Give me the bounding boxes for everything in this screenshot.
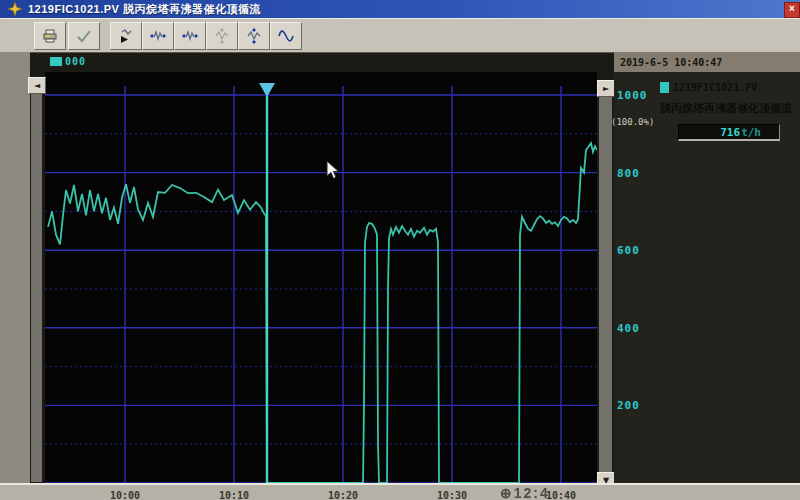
wave-dots-vertical-grey-icon	[214, 28, 230, 44]
wave-dots-vertical-icon	[246, 28, 262, 44]
y-tick-label: 400	[617, 322, 651, 335]
title-bar: 1219FIC1021.PV 脱丙烷塔再沸器催化顶循流 ×	[0, 0, 800, 18]
tag-name: 1219FIC1021.PV	[673, 82, 757, 93]
y-tick-label: 800	[617, 167, 651, 180]
value-unit: t/h	[741, 126, 761, 139]
sine-wave-icon	[278, 28, 294, 44]
current-value-box: 716 t/h	[678, 124, 780, 141]
printer-icon	[42, 28, 58, 44]
compress-y-button[interactable]	[238, 22, 270, 50]
y-tick-label: 600	[617, 244, 651, 257]
close-button[interactable]: ×	[784, 2, 800, 18]
tag-row[interactable]: 1219FIC1021.PV	[660, 82, 757, 93]
scroll-right-button[interactable]: ►	[597, 80, 615, 97]
right-scrollbar-track[interactable]	[599, 96, 612, 472]
wave-dots-horizontal-icon	[182, 28, 198, 44]
x-tick-label: 10:10	[216, 490, 252, 500]
trend-plot	[45, 72, 597, 483]
y-tick-label: 200	[617, 399, 651, 412]
window-title: 1219FIC1021.PV 脱丙烷塔再沸器催化顶循流	[28, 2, 261, 17]
curve-style-button[interactable]	[270, 22, 302, 50]
scale-percent-label: (100.0%)	[611, 117, 654, 127]
current-timestamp: 2019-6-5 10:40:47	[614, 52, 800, 72]
tag-color-swatch	[660, 82, 669, 93]
trend-legend: 000	[50, 56, 86, 67]
left-scrollbar-track[interactable]	[31, 92, 42, 482]
legend-counter: 000	[65, 56, 86, 67]
scroll-left-button[interactable]: ◄	[28, 77, 46, 94]
compress-x-button[interactable]	[174, 22, 206, 50]
current-value: 716	[720, 126, 740, 139]
trend-chart	[45, 72, 597, 483]
expand-x-button[interactable]	[142, 22, 174, 50]
x-tick-label: 10:30	[434, 490, 470, 500]
x-tick-label: 10:20	[325, 490, 361, 500]
check-icon	[76, 28, 92, 44]
wave-dots-horizontal-icon	[150, 28, 166, 44]
x-tick-label: 10:00	[107, 490, 143, 500]
print-button[interactable]	[34, 22, 66, 50]
trend-run-button[interactable]	[110, 22, 142, 50]
window-left-edge	[0, 52, 33, 500]
legend-swatch	[50, 57, 62, 66]
expand-y-button[interactable]	[206, 22, 238, 50]
toolbar	[0, 18, 800, 54]
photo-watermark: ⊕12:4	[500, 485, 550, 500]
app-icon	[8, 2, 22, 16]
trend-line	[48, 143, 597, 483]
confirm-button[interactable]	[68, 22, 100, 50]
mouse-pointer	[326, 160, 340, 180]
trend-play-icon	[118, 28, 134, 44]
y-tick-label: 1000	[617, 89, 651, 102]
tag-description: 脱丙烷塔再沸器催化顶循流	[660, 101, 800, 116]
